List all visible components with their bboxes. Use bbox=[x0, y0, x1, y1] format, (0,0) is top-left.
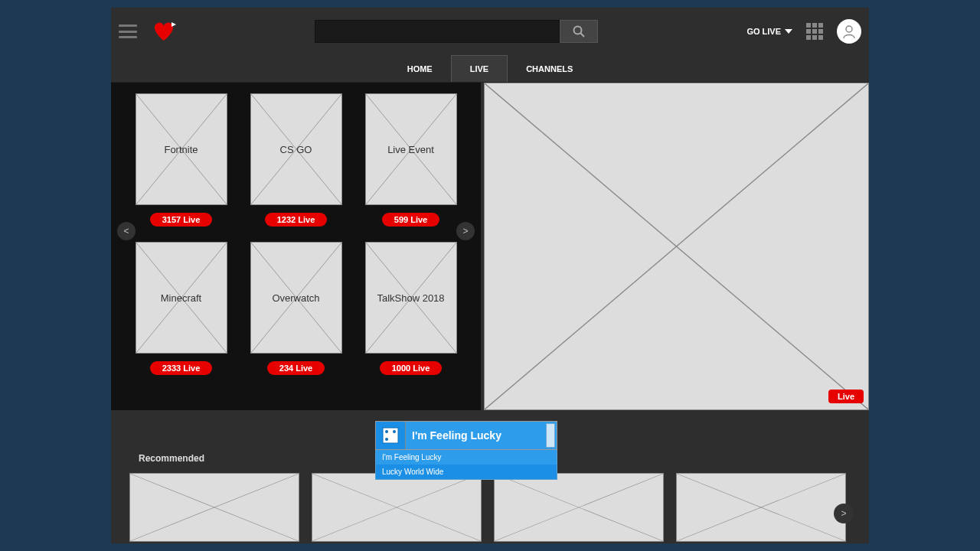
live-count-pill: 2333 Live bbox=[150, 361, 213, 375]
tab-live[interactable]: LIVE bbox=[451, 55, 508, 82]
svg-point-19 bbox=[385, 430, 388, 433]
live-count-pill: 3157 Live bbox=[150, 213, 213, 227]
category-title: TalkShow 2018 bbox=[377, 292, 444, 304]
category-grid: Fortnite 3157 Live CS GO 1232 Live Live … bbox=[134, 93, 458, 375]
recommended-card[interactable] bbox=[312, 473, 482, 542]
category-panel: < > Fortnite 3157 Live CS GO 1232 Live L bbox=[111, 83, 481, 410]
recommended-card[interactable] bbox=[494, 473, 664, 542]
chevron-down-icon bbox=[785, 29, 792, 34]
recommended-card[interactable] bbox=[676, 473, 846, 542]
category-card[interactable]: Live Event 599 Live bbox=[365, 93, 457, 227]
app-window: GO LIVE HOME LIVE CHANNELS < > bbox=[111, 8, 869, 543]
category-card[interactable]: TalkShow 2018 1000 Live bbox=[365, 242, 457, 375]
category-thumb: Live Event bbox=[365, 93, 457, 205]
category-card[interactable]: Fortnite 3157 Live bbox=[136, 93, 227, 227]
nav-tabs: HOME LIVE CHANNELS bbox=[111, 55, 869, 83]
go-live-label: GO LIVE bbox=[746, 27, 781, 36]
tab-home[interactable]: HOME bbox=[389, 55, 451, 82]
feeling-lucky-option[interactable]: I'm Feeling Lucky bbox=[376, 450, 557, 465]
apps-grid-icon[interactable] bbox=[806, 23, 823, 40]
category-title: CS GO bbox=[280, 144, 312, 155]
recommended-next-button[interactable]: > bbox=[834, 504, 854, 523]
svg-point-3 bbox=[846, 26, 852, 32]
category-title: Fortnite bbox=[164, 144, 198, 155]
dropdown-toggle-icon[interactable] bbox=[546, 423, 555, 448]
category-thumb: Minecraft bbox=[136, 242, 227, 354]
menu-icon[interactable] bbox=[119, 24, 137, 38]
svg-line-2 bbox=[580, 33, 584, 37]
recommended-card[interactable] bbox=[129, 473, 299, 542]
live-count-pill: 599 Live bbox=[382, 213, 439, 227]
category-thumb: Overwatch bbox=[250, 242, 342, 354]
content-row-1: < > Fortnite 3157 Live CS GO 1232 Live L bbox=[111, 83, 869, 410]
live-count-pill: 1000 Live bbox=[380, 361, 443, 375]
featured-preview[interactable]: Live bbox=[484, 83, 869, 410]
search-wrap bbox=[315, 20, 598, 43]
tab-channels[interactable]: CHANNELS bbox=[508, 55, 591, 82]
category-thumb: Fortnite bbox=[136, 93, 227, 205]
live-badge: Live bbox=[828, 390, 864, 403]
svg-marker-0 bbox=[172, 22, 176, 27]
scroll-right-button[interactable]: > bbox=[456, 222, 475, 240]
svg-rect-18 bbox=[383, 428, 398, 443]
top-bar: GO LIVE bbox=[111, 8, 869, 55]
feeling-lucky-control: I'm Feeling Lucky I'm Feeling LuckyLucky… bbox=[375, 421, 557, 480]
user-icon bbox=[841, 24, 857, 39]
search-icon bbox=[573, 25, 585, 37]
search-input[interactable] bbox=[315, 20, 560, 43]
search-button[interactable] bbox=[560, 20, 598, 43]
category-card[interactable]: Minecraft 2333 Live bbox=[136, 242, 227, 375]
feeling-lucky-selected: I'm Feeling Lucky bbox=[412, 429, 501, 442]
user-avatar[interactable] bbox=[837, 19, 861, 44]
live-count-pill: 234 Live bbox=[267, 361, 325, 375]
svg-point-20 bbox=[393, 430, 396, 433]
logo-heart-icon[interactable] bbox=[151, 21, 177, 42]
dice-icon bbox=[376, 422, 405, 449]
category-card[interactable]: CS GO 1232 Live bbox=[250, 93, 342, 227]
top-right: GO LIVE bbox=[746, 19, 861, 44]
category-title: Live Event bbox=[387, 144, 434, 155]
live-count-pill: 1232 Live bbox=[265, 213, 328, 227]
feeling-lucky-select[interactable]: I'm Feeling Lucky bbox=[375, 421, 557, 450]
category-thumb: CS GO bbox=[250, 93, 342, 205]
placeholder-cross-icon bbox=[485, 83, 868, 409]
category-thumb: TalkShow 2018 bbox=[365, 242, 457, 354]
go-live-button[interactable]: GO LIVE bbox=[746, 27, 792, 36]
svg-point-21 bbox=[385, 438, 388, 441]
category-title: Minecraft bbox=[161, 292, 201, 304]
category-card[interactable]: Overwatch 234 Live bbox=[250, 242, 342, 375]
recommended-row: > bbox=[129, 473, 851, 542]
feeling-lucky-options: I'm Feeling LuckyLucky World Wide bbox=[375, 450, 557, 480]
feeling-lucky-option[interactable]: Lucky World Wide bbox=[376, 465, 557, 479]
category-title: Overwatch bbox=[272, 292, 319, 304]
scroll-left-button[interactable]: < bbox=[117, 222, 136, 240]
